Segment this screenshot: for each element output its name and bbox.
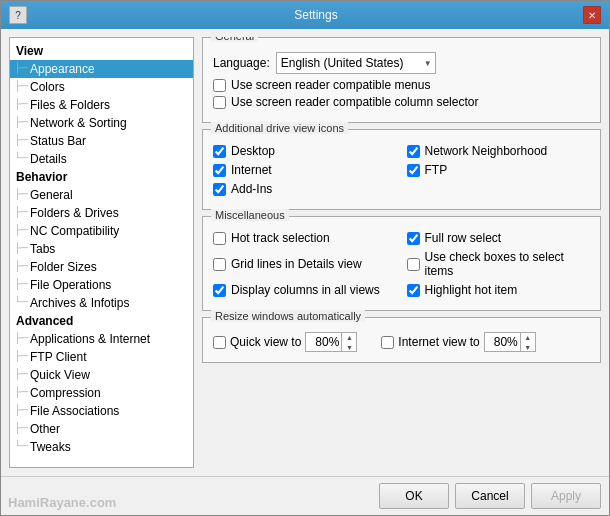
quick-view-label: Quick view to: [230, 335, 301, 349]
drive-icon-internet: Internet: [213, 163, 397, 177]
misc-grid-lines: Grid lines in Details view: [213, 250, 397, 278]
drive-icons-title: Additional drive view icons: [211, 122, 348, 134]
tree-item-nc-compat[interactable]: NC Compatibility: [10, 222, 193, 240]
tree-item-general[interactable]: General: [10, 186, 193, 204]
tree-group-advanced: Advanced: [10, 312, 193, 330]
quick-view-checkbox[interactable]: [213, 336, 226, 349]
quick-view-resize: Quick view to ▲ ▼: [213, 332, 357, 352]
resize-section-title: Resize windows automatically: [211, 310, 365, 322]
drive-icon-addins: Add-Ins: [213, 182, 397, 196]
dialog-body: View Appearance Colors Files & Folders N…: [1, 29, 609, 476]
misc-hot-track: Hot track selection: [213, 231, 397, 245]
misc-section-title: Miscellaneous: [211, 209, 289, 221]
quick-view-up-arrow[interactable]: ▲: [342, 332, 356, 342]
dialog-title: Settings: [49, 8, 583, 22]
settings-dialog: ? Settings ✕ View Appearance Colors File…: [0, 0, 610, 516]
tree-item-appearance[interactable]: Appearance: [10, 60, 193, 78]
screen-reader-menus-row: Use screen reader compatible menus: [213, 78, 590, 92]
language-label: Language:: [213, 56, 270, 70]
tree-item-details[interactable]: Details: [10, 150, 193, 168]
tree-item-file-ops[interactable]: File Operations: [10, 276, 193, 294]
check-boxes-checkbox[interactable]: [407, 258, 420, 271]
misc-highlight-hot: Highlight hot item: [407, 283, 591, 297]
tree-group-behavior: Behavior: [10, 168, 193, 186]
tree-item-archives[interactable]: Archives & Infotips: [10, 294, 193, 312]
language-select[interactable]: English (United States) German French Sp…: [276, 52, 436, 74]
title-bar: ? Settings ✕: [1, 1, 609, 29]
internet-checkbox[interactable]: [213, 164, 226, 177]
cancel-button[interactable]: Cancel: [455, 483, 525, 509]
internet-view-label: Internet view to: [398, 335, 479, 349]
ftp-checkbox[interactable]: [407, 164, 420, 177]
full-row-checkbox[interactable]: [407, 232, 420, 245]
tree-item-compression[interactable]: Compression: [10, 384, 193, 402]
grid-lines-checkbox[interactable]: [213, 258, 226, 271]
tree-item-tabs[interactable]: Tabs: [10, 240, 193, 258]
internet-view-input[interactable]: [485, 333, 520, 351]
tree-panel: View Appearance Colors Files & Folders N…: [9, 37, 194, 468]
drive-icon-desktop: Desktop: [213, 144, 397, 158]
tree-item-status-bar[interactable]: Status Bar: [10, 132, 193, 150]
display-columns-checkbox[interactable]: [213, 284, 226, 297]
content-panel: General Language: English (United States…: [202, 37, 601, 468]
screen-reader-column-label: Use screen reader compatible column sele…: [231, 95, 478, 109]
close-button[interactable]: ✕: [583, 6, 601, 24]
general-section-title: General: [211, 37, 258, 42]
tree-item-quick-view[interactable]: Quick View: [10, 366, 193, 384]
tree-item-folders-drives[interactable]: Folders & Drives: [10, 204, 193, 222]
internet-view-checkbox[interactable]: [381, 336, 394, 349]
title-controls: ✕: [583, 6, 601, 24]
drive-icon-ftp: FTP: [407, 163, 591, 177]
tree-item-folder-sizes[interactable]: Folder Sizes: [10, 258, 193, 276]
screen-reader-column-checkbox[interactable]: [213, 96, 226, 109]
internet-view-resize: Internet view to ▲ ▼: [381, 332, 535, 352]
screen-reader-menus-label: Use screen reader compatible menus: [231, 78, 430, 92]
addins-checkbox[interactable]: [213, 183, 226, 196]
apply-button[interactable]: Apply: [531, 483, 601, 509]
tree-item-tweaks[interactable]: Tweaks: [10, 438, 193, 456]
screen-reader-menus-checkbox[interactable]: [213, 79, 226, 92]
help-button[interactable]: ?: [9, 6, 27, 24]
quick-view-input[interactable]: [306, 333, 341, 351]
quick-view-spin: ▲ ▼: [305, 332, 357, 352]
language-row: Language: English (United States) German…: [213, 52, 590, 74]
language-select-wrapper: English (United States) German French Sp…: [276, 52, 436, 74]
tree-group-view: View: [10, 42, 193, 60]
misc-check-boxes: Use check boxes to select items: [407, 250, 591, 278]
drive-icon-network: Network Neighborhood: [407, 144, 591, 158]
tree-item-ftp[interactable]: FTP Client: [10, 348, 193, 366]
network-neighborhood-checkbox[interactable]: [407, 145, 420, 158]
tree-item-other[interactable]: Other: [10, 420, 193, 438]
internet-view-spin: ▲ ▼: [484, 332, 536, 352]
internet-view-down-arrow[interactable]: ▼: [521, 342, 535, 352]
misc-section: Miscellaneous Hot track selection Full r…: [202, 216, 601, 311]
tree-item-colors[interactable]: Colors: [10, 78, 193, 96]
hot-track-checkbox[interactable]: [213, 232, 226, 245]
tree-item-file-assoc[interactable]: File Associations: [10, 402, 193, 420]
button-bar: OK Cancel Apply: [1, 476, 609, 515]
desktop-checkbox[interactable]: [213, 145, 226, 158]
quick-view-down-arrow[interactable]: ▼: [342, 342, 356, 352]
ok-button[interactable]: OK: [379, 483, 449, 509]
misc-display-columns: Display columns in all views: [213, 283, 397, 297]
internet-view-up-arrow[interactable]: ▲: [521, 332, 535, 342]
highlight-hot-checkbox[interactable]: [407, 284, 420, 297]
tree-item-files-folders[interactable]: Files & Folders: [10, 96, 193, 114]
resize-section: Resize windows automatically Quick view …: [202, 317, 601, 363]
drive-icons-section: Additional drive view icons Desktop Netw…: [202, 129, 601, 210]
screen-reader-column-row: Use screen reader compatible column sele…: [213, 95, 590, 109]
tree-item-network-sorting[interactable]: Network & Sorting: [10, 114, 193, 132]
general-section: General Language: English (United States…: [202, 37, 601, 123]
misc-full-row: Full row select: [407, 231, 591, 245]
tree-item-apps-internet[interactable]: Applications & Internet: [10, 330, 193, 348]
